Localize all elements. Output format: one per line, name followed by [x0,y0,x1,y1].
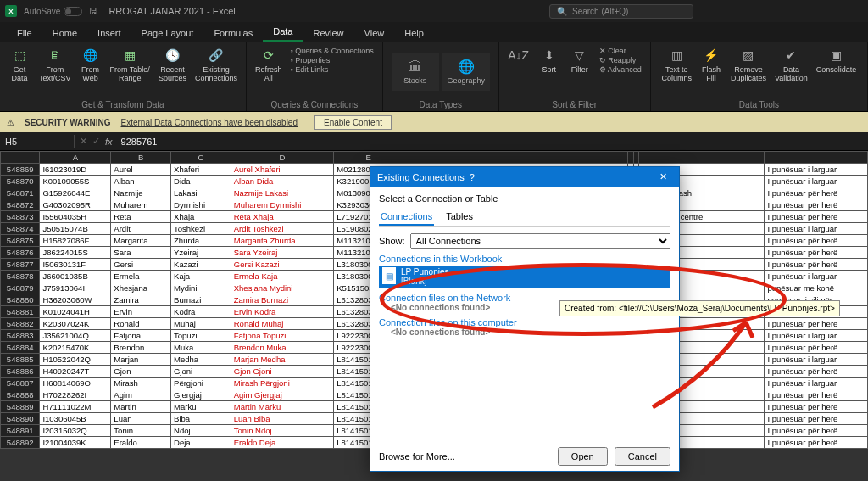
gt-btn-0[interactable]: ⬚Get Data [5,45,34,98]
cell[interactable] [759,259,765,271]
col-header[interactable]: B [111,152,171,164]
cell[interactable] [759,282,765,294]
name-box[interactable]: H5 [0,135,75,148]
cell[interactable]: Dida [171,176,231,187]
cell[interactable]: Martin [111,401,171,413]
cell[interactable]: Ermela [111,271,171,282]
cell[interactable]: Xhesjana [111,282,171,294]
dt-btn-4[interactable]: ▣Consolidate [813,45,860,98]
cell[interactable] [759,187,765,199]
filter-opt-0[interactable]: ✕ Clear [599,47,626,55]
cell[interactable]: Gjon [111,366,171,378]
tab-page-layout[interactable]: Page Layout [131,25,204,42]
cell[interactable]: 548870 [1,176,40,187]
cell[interactable]: Nazmije Lakasi [231,187,334,199]
cell[interactable]: Marku [171,401,231,413]
cell[interactable]: K20307024K [40,318,111,330]
geography-button[interactable]: 🌐Geography [442,53,490,91]
cancel-button[interactable]: Cancel [615,447,670,466]
cell[interactable]: K20215470K [40,342,111,354]
save-icon[interactable]: 🖫 [89,6,98,16]
cell[interactable] [759,437,765,449]
cell[interactable]: Luan [111,413,171,425]
fx-icon[interactable]: fx [105,137,113,147]
cell[interactable]: Aurel [111,164,171,176]
cell[interactable]: I punësuar për herë [765,389,868,401]
cell[interactable]: I punësuar për herë [765,318,868,330]
col-header[interactable] [1,152,40,164]
security-warning-link[interactable]: External Data Connections have been disa… [121,118,298,127]
cell[interactable]: 548891 [1,425,40,437]
col-header[interactable] [633,152,639,164]
cell[interactable]: Kaja [171,271,231,282]
col-header[interactable] [759,152,765,164]
cell[interactable]: Muka [171,342,231,354]
cell[interactable]: I21004039K [40,437,111,449]
cell[interactable]: Mirash [111,378,171,389]
cell[interactable]: K00109055S [40,176,111,187]
cell[interactable]: punësuar me kohë [765,282,868,294]
cell[interactable]: Mydini [171,282,231,294]
cell[interactable]: Ronald Muhaj [231,318,334,330]
stocks-button[interactable]: 🏛Stocks [392,53,439,91]
cell[interactable]: Ndoj [171,425,231,437]
cell[interactable]: 548880 [1,294,40,306]
col-header[interactable] [403,152,628,164]
cell[interactable]: H15827086F [40,235,111,247]
cell[interactable]: Dyrmishi [171,199,231,211]
cell[interactable]: Marjan [111,354,171,366]
cell[interactable]: I punësuar i larguar [765,354,868,366]
cell[interactable] [759,342,765,354]
cell[interactable] [759,199,765,211]
cell[interactable]: I punësuar për herë [765,235,868,247]
cell[interactable] [759,378,765,389]
cell[interactable]: 548888 [1,389,40,401]
close-icon[interactable]: ✕ [654,171,672,182]
cell[interactable]: Margarita Zhurda [231,235,334,247]
tab-home[interactable]: Home [42,25,87,42]
cell[interactable]: Martin Marku [231,401,334,413]
formula-input[interactable]: 9285761 [118,137,158,147]
cell[interactable]: I punësuar i larguar [765,176,868,187]
cell[interactable]: Ervin Kodra [231,306,334,318]
cell[interactable]: Zhurda [171,235,231,247]
cell[interactable] [759,223,765,235]
cell[interactable]: Reta Xhaja [231,211,334,223]
cell[interactable]: Ervin [111,306,171,318]
cell[interactable] [759,247,765,259]
cell[interactable] [759,318,765,330]
dt-btn-2[interactable]: ▨Remove Duplicates [727,45,770,98]
cell[interactable]: 548885 [1,354,40,366]
cell[interactable]: Brendon Muka [231,342,334,354]
cell[interactable]: Margarita [111,235,171,247]
cell[interactable]: Agim Gjergjaj [231,389,334,401]
cell[interactable]: I punësuar për herë [765,342,868,354]
cell[interactable]: 548873 [1,211,40,223]
cell[interactable]: Marjan Medha [231,354,334,366]
cell[interactable]: 548872 [1,199,40,211]
cell[interactable]: I10306045B [40,413,111,425]
cell[interactable]: I punësuar për herë [765,199,868,211]
cell[interactable]: I20315032Q [40,425,111,437]
cell[interactable]: Eraldo Deja [231,437,334,449]
cell[interactable]: Aurel Xhaferi [231,164,334,176]
cell[interactable]: 548875 [1,235,40,247]
cell[interactable] [759,413,765,425]
cell[interactable] [759,389,765,401]
qc-item-0[interactable]: ▫ Queries & Connections [290,47,373,55]
cell[interactable] [759,366,765,378]
gt-btn-1[interactable]: 🗎From Text/CSV [36,45,75,98]
tab-connections[interactable]: Connections [379,209,434,226]
help-icon[interactable]: ? [465,172,480,182]
cell[interactable]: 548869 [1,164,40,176]
cell[interactable]: Agim [111,389,171,401]
cell[interactable]: H71111022M [40,401,111,413]
col-header[interactable] [765,152,868,164]
tab-view[interactable]: View [354,25,395,42]
dialog-titlebar[interactable]: Existing Connections ? ✕ [370,167,679,187]
cell[interactable]: H60814069O [40,378,111,389]
cell[interactable]: J75913064I [40,282,111,294]
cell[interactable]: Alban [111,176,171,187]
cell[interactable]: Kodra [171,306,231,318]
cell[interactable]: Ardit Toshkëzi [231,223,334,235]
